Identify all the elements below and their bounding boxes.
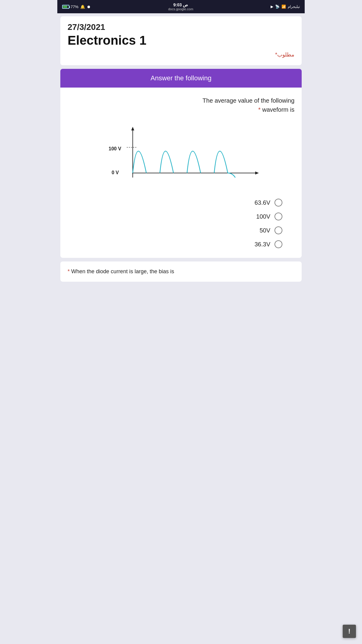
waveform-container: 100 V 0 V <box>68 123 294 190</box>
wifi-icon: 📡 <box>275 5 280 9</box>
battery-container: 77% <box>62 5 78 9</box>
option-item-1[interactable]: 63.6V <box>255 199 282 207</box>
section-header: Answer the following <box>60 69 302 88</box>
question-main-text: The average value of the following <box>202 97 294 104</box>
option-item-2[interactable]: 100V <box>256 213 282 220</box>
required-star: * <box>258 106 261 113</box>
next-question-body: When the diode current is large, the bia… <box>71 268 174 274</box>
status-bar: 77% 🔔 ⏺ 9:03 ص docs.google.com تيليجرام … <box>57 0 305 13</box>
date-text: 27/3/2021 <box>68 22 294 32</box>
header-card: 27/3/2021 Electronics 1 مطلوب* <box>60 16 302 65</box>
option-item-3[interactable]: 50V <box>259 226 282 234</box>
required-text: مطلوب* <box>68 51 294 58</box>
status-right: تيليجرام 📶 📡 ▶ <box>271 5 300 9</box>
svg-text:0 V: 0 V <box>112 170 119 175</box>
status-left: 77% 🔔 ⏺ <box>62 5 91 9</box>
option-label-2: 100V <box>256 213 270 220</box>
status-center: 9:03 ص docs.google.com <box>168 2 193 11</box>
option-item-4[interactable]: 36.3V <box>255 240 282 248</box>
url-display: docs.google.com <box>168 7 193 11</box>
radio-1[interactable] <box>275 199 282 207</box>
section-header-label: Answer the following <box>151 74 211 82</box>
next-required-star: * <box>68 268 70 274</box>
radio-4[interactable] <box>275 240 282 248</box>
radio-2[interactable] <box>275 213 282 220</box>
alarm-icon: 🔔 <box>80 5 85 9</box>
options-list: 63.6V 100V 50V 36.3V <box>68 199 294 248</box>
time-display: 9:03 ص <box>168 2 193 7</box>
question-text-1: The average value of the following * wav… <box>68 96 294 114</box>
radio-3[interactable] <box>275 226 282 234</box>
option-label-1: 63.6V <box>255 199 270 206</box>
svg-text:100 V: 100 V <box>109 146 121 151</box>
waveform-text: waveform is <box>262 106 294 113</box>
question-body: The average value of the following * wav… <box>60 88 302 258</box>
svg-marker-1 <box>131 127 134 130</box>
telegram-label: تيليجرام <box>288 5 300 9</box>
main-content: 27/3/2021 Electronics 1 مطلوب* Answer th… <box>57 13 305 285</box>
play-icon: ▶ <box>271 5 273 9</box>
question-card-1: Answer the following The average value o… <box>60 69 302 258</box>
battery-percent: 77% <box>71 5 78 9</box>
option-label-3: 50V <box>259 227 270 234</box>
next-question-card: * When the diode current is large, the b… <box>60 261 302 282</box>
title-text: Electronics 1 <box>68 33 294 48</box>
record-icon: ⏺ <box>87 5 91 9</box>
next-question-text: * When the diode current is large, the b… <box>68 268 294 276</box>
waveform-svg: 100 V 0 V <box>97 123 265 190</box>
option-label-4: 36.3V <box>255 241 270 248</box>
svg-marker-3 <box>255 171 259 175</box>
signal-icon: 📶 <box>281 5 286 9</box>
